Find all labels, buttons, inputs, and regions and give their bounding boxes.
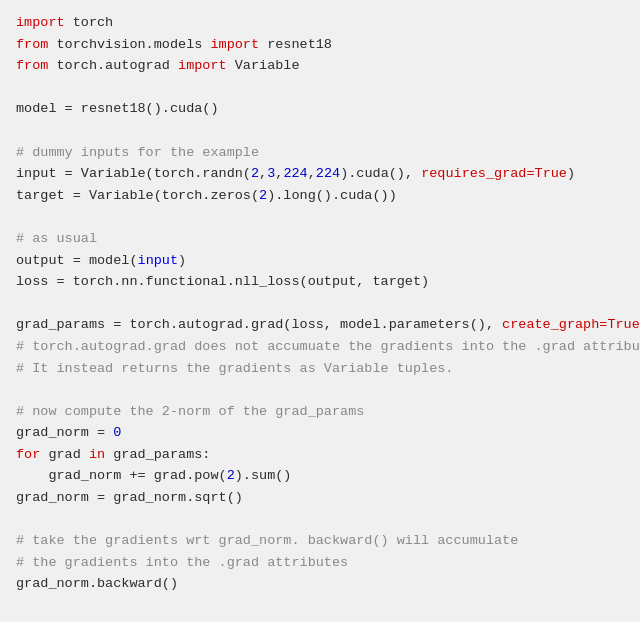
line-22: grad_norm += grad.pow(2).sum() [16, 465, 624, 487]
line-17: # It instead returns the gradients as Va… [16, 358, 624, 380]
line-15: grad_params = torch.autograd.grad(loss, … [16, 314, 624, 336]
line-23: grad_norm = grad_norm.sqrt() [16, 487, 624, 509]
line-16: # torch.autograd.grad does not accumuate… [16, 336, 624, 358]
line-2: from torchvision.models import resnet18 [16, 34, 624, 56]
code-block: import torch from torchvision.models imp… [16, 12, 624, 622]
blank-2 [16, 120, 624, 142]
line-13: loss = torch.nn.functional.nll_loss(outp… [16, 271, 624, 293]
blank-5 [16, 379, 624, 401]
line-20: grad_norm = 0 [16, 422, 624, 444]
line-1: import torch [16, 12, 624, 34]
blank-4 [16, 293, 624, 315]
line-8: input = Variable(torch.randn(2,3,224,224… [16, 163, 624, 185]
line-25: # take the gradients wrt grad_norm. back… [16, 530, 624, 552]
blank-6 [16, 509, 624, 531]
line-27: grad_norm.backward() [16, 573, 624, 595]
blank-3 [16, 206, 624, 228]
blank-1 [16, 77, 624, 99]
line-12: output = model(input) [16, 250, 624, 272]
line-29: # do an optimization step [16, 617, 624, 622]
line-5: model = resnet18().cuda() [16, 98, 624, 120]
line-11: # as usual [16, 228, 624, 250]
line-9: target = Variable(torch.zeros(2).long().… [16, 185, 624, 207]
line-21: for grad in grad_params: [16, 444, 624, 466]
line-26: # the gradients into the .grad attribute… [16, 552, 624, 574]
line-7: # dummy inputs for the example [16, 142, 624, 164]
blank-7 [16, 595, 624, 617]
line-3: from torch.autograd import Variable [16, 55, 624, 77]
line-19: # now compute the 2-norm of the grad_par… [16, 401, 624, 423]
